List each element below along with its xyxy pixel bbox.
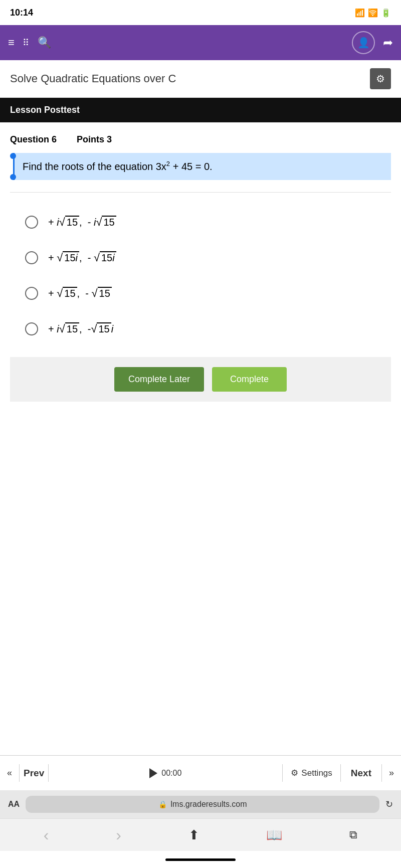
- gear-button[interactable]: ⚙: [370, 68, 391, 89]
- play-button[interactable]: 00:00: [49, 756, 282, 790]
- radio-2[interactable]: [25, 251, 38, 264]
- question-points: Points 3: [77, 134, 112, 145]
- back-button[interactable]: ‹: [44, 826, 49, 844]
- bottom-nav: « Prev 00:00 ⚙ Settings Next »: [0, 755, 401, 790]
- play-time: 00:00: [161, 769, 181, 778]
- status-time: 10:14: [10, 8, 33, 18]
- browser-url-box[interactable]: 🔒 lms.graderesults.com: [26, 796, 379, 813]
- forward-button[interactable]: ›: [116, 826, 121, 844]
- option-3-label: + √15, - √15: [48, 287, 112, 300]
- selection-handle-bottom: [10, 174, 16, 180]
- browser-url: lms.graderesults.com: [171, 800, 247, 809]
- question-text-box: Find the roots of the equation 3x2 + 45 …: [13, 153, 391, 180]
- refresh-icon[interactable]: ↻: [385, 799, 393, 810]
- grid-icon[interactable]: ⠿: [23, 37, 30, 48]
- radio-1[interactable]: [25, 216, 38, 229]
- question-header: Question 6 Points 3: [10, 134, 391, 145]
- signal-icon: 📶: [355, 8, 365, 18]
- answer-options: + i√15, - i√15 + √15i, - √15i + √15, - √…: [10, 205, 391, 347]
- status-icons: 📶 🛜 🔋: [355, 8, 391, 18]
- lesson-label: Lesson Posttest: [0, 98, 401, 122]
- browser-toolbar: ‹ › ⬆ 📖 ⧉: [0, 818, 401, 851]
- app-header: ≡ ⠿ 🔍 👤 ➦: [0, 25, 401, 60]
- user-button[interactable]: 👤: [352, 31, 375, 54]
- question-divider: [10, 192, 391, 193]
- lock-icon: 🔒: [158, 800, 167, 808]
- menu-icon[interactable]: ≡: [8, 36, 15, 49]
- prev-button[interactable]: Prev: [20, 756, 48, 790]
- question-text-wrapper: Find the roots of the equation 3x2 + 45 …: [10, 153, 391, 180]
- complete-later-button[interactable]: Complete Later: [114, 367, 204, 392]
- option-1[interactable]: + i√15, - i√15: [10, 205, 391, 240]
- user-icon: 👤: [357, 37, 370, 49]
- option-4[interactable]: + i√15, -√15i: [10, 311, 391, 347]
- double-prev-button[interactable]: «: [0, 756, 19, 790]
- selection-handle-top: [10, 153, 16, 159]
- bookmark-button[interactable]: 📖: [266, 827, 282, 843]
- settings-label: Settings: [301, 768, 332, 778]
- browser-aa[interactable]: AA: [8, 800, 20, 809]
- search-icon[interactable]: 🔍: [38, 36, 51, 49]
- main-content: Question 6 Points 3 Find the roots of th…: [0, 122, 401, 755]
- share-button[interactable]: ⬆: [188, 827, 199, 843]
- double-next-button[interactable]: »: [382, 756, 401, 790]
- complete-button[interactable]: Complete: [212, 367, 287, 392]
- gear-icon: ⚙: [376, 73, 385, 85]
- course-title-bar: Solve Quadratic Equations over C ⚙: [0, 60, 401, 98]
- option-4-label: + i√15, -√15i: [48, 322, 113, 335]
- option-2[interactable]: + √15i, - √15i: [10, 240, 391, 276]
- action-bar: Complete Later Complete: [10, 357, 391, 402]
- option-2-label: + √15i, - √15i: [48, 251, 116, 264]
- option-1-label: + i√15, - i√15: [48, 216, 116, 229]
- settings-button[interactable]: ⚙ Settings: [283, 756, 340, 790]
- course-title: Solve Quadratic Equations over C: [10, 72, 176, 85]
- settings-icon: ⚙: [291, 768, 298, 778]
- radio-4[interactable]: [25, 322, 38, 335]
- question-number: Question 6: [10, 134, 57, 145]
- next-button[interactable]: Next: [341, 756, 381, 790]
- home-indicator: [0, 851, 401, 868]
- home-line: [165, 858, 236, 861]
- nav-forward-icon[interactable]: ➦: [383, 36, 393, 50]
- option-3[interactable]: + √15, - √15: [10, 276, 391, 311]
- browser-bar: AA 🔒 lms.graderesults.com ↻: [0, 790, 401, 818]
- wifi-icon: 🛜: [368, 8, 378, 18]
- tabs-button[interactable]: ⧉: [349, 828, 357, 841]
- play-icon: [149, 768, 157, 778]
- status-bar: 10:14 📶 🛜 🔋: [0, 0, 401, 25]
- radio-3[interactable]: [25, 287, 38, 300]
- battery-icon: 🔋: [381, 8, 391, 18]
